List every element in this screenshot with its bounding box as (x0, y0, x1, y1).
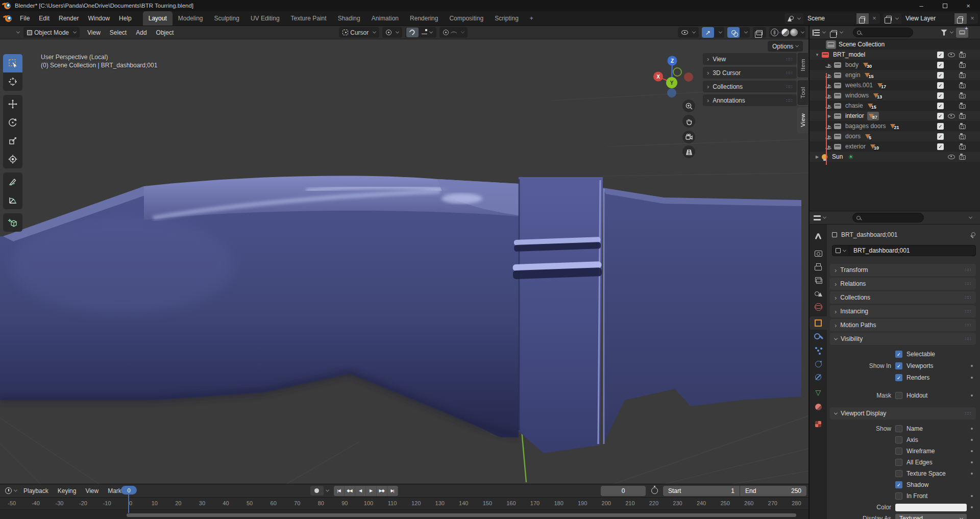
display-mode-icon[interactable] (831, 30, 837, 35)
shadow-checkbox[interactable]: ✓ (895, 481, 902, 488)
item-name[interactable]: windows (845, 92, 869, 99)
timeline-menu-item[interactable]: Playback (19, 486, 53, 496)
properties-editor-icon[interactable] (814, 215, 821, 221)
camera-visibility-icon[interactable] (959, 53, 966, 58)
npanel-section-annotations[interactable]: ›Annotations∷∷ (703, 94, 797, 106)
blender-menu-icon[interactable] (5, 15, 12, 22)
properties-tab[interactable] (810, 331, 827, 344)
panel-grip[interactable]: ∷∷ (787, 70, 793, 76)
view-layer-name-field[interactable]: View Layer (901, 13, 954, 24)
renders-checkbox[interactable]: ✓ (895, 374, 902, 381)
outliner-row[interactable]: ▶ weels.001 17 ☀ ✓ (810, 80, 980, 90)
item-name[interactable]: Scene Collection (839, 41, 885, 48)
outliner-row[interactable]: Scene Collection ☀ ✓ (810, 39, 980, 50)
properties-tab[interactable] (810, 417, 827, 431)
select-checkbox[interactable]: ✓ (937, 123, 944, 130)
snap-toggle[interactable] (406, 28, 419, 37)
new-collection-button[interactable] (956, 28, 968, 38)
axis-checkbox[interactable] (895, 436, 902, 443)
outliner-row[interactable]: ▶ engin 15 ☀ ✓ (810, 70, 980, 80)
panel-grip[interactable]: ∷∷ (965, 336, 971, 341)
select-checkbox[interactable]: ✓ (937, 103, 944, 109)
in-front-checkbox[interactable] (895, 492, 902, 500)
outliner-row[interactable]: ▼ BRT_model ☀ ✓ (810, 50, 980, 60)
npanel-section-collections[interactable]: ›Collections∷∷ (703, 81, 797, 92)
outliner-search-input[interactable] (853, 28, 913, 37)
breadcrumb-object-name[interactable]: BRT_dashboard;001 (841, 231, 898, 238)
object-visibility-selector[interactable] (678, 27, 699, 38)
properties-tab[interactable] (810, 400, 827, 413)
menu-item[interactable]: Edit (35, 13, 54, 24)
animate-dot[interactable] (971, 439, 973, 441)
item-name[interactable]: bagages doors (845, 122, 886, 130)
properties-tab[interactable] (810, 344, 827, 357)
menu-item[interactable]: Render (55, 13, 83, 24)
properties-search-input[interactable] (852, 213, 924, 223)
npanel-section-view[interactable]: ›View∷∷ (703, 53, 797, 65)
timeline-editor-icon[interactable] (5, 487, 12, 494)
select-checkbox[interactable]: ✓ (937, 52, 944, 58)
camera-view-button[interactable] (682, 131, 695, 143)
frame-start-field[interactable]: Start1 (663, 486, 740, 496)
eye-open-icon[interactable] (948, 114, 955, 118)
select-checkbox[interactable]: ✓ (937, 113, 944, 119)
workspace-tab[interactable]: Modeling (173, 11, 209, 26)
shading-material-button[interactable] (781, 29, 789, 36)
menu-item[interactable]: Help (115, 13, 136, 24)
transport-button[interactable]: ◀ (355, 486, 366, 496)
outliner-row[interactable]: ▶ windows 13 ☀ ✓ (810, 90, 980, 101)
transport-button[interactable]: ▶| (387, 486, 398, 496)
panel-grip[interactable]: ∷∷ (965, 267, 971, 273)
name-checkbox[interactable] (895, 425, 902, 432)
item-name[interactable]: chasie (845, 102, 863, 109)
new-scene-button[interactable] (856, 13, 869, 24)
viewport-menu-item[interactable]: Select (105, 28, 131, 38)
transport-button[interactable]: ▶◆ (377, 486, 387, 496)
outliner-editor-icon[interactable] (813, 30, 820, 36)
timeline-ruler[interactable]: -50-40-30-20-100102030405060708090100110… (0, 498, 808, 510)
workspace-tab[interactable]: Shading (332, 11, 366, 26)
properties-tab[interactable] (810, 274, 827, 287)
camera-visibility-icon[interactable] (959, 155, 966, 160)
outliner-row[interactable]: ▶ doors 5 ☀ ✓ (810, 131, 980, 141)
properties-tab[interactable] (810, 370, 827, 384)
item-name[interactable]: weels.001 (845, 82, 873, 89)
outliner-row[interactable]: ▶ bagages doors 21 ☀ ✓ (810, 121, 980, 131)
properties-tab[interactable] (810, 316, 827, 330)
select-checkbox[interactable]: ✓ (937, 143, 944, 150)
transport-button[interactable]: ▶ (366, 486, 377, 496)
all-edges-checkbox[interactable] (895, 459, 902, 466)
snap-settings[interactable] (419, 31, 435, 34)
camera-visibility-icon[interactable] (959, 125, 966, 129)
tool-move[interactable] (3, 95, 22, 113)
shading-rendered-button[interactable] (790, 29, 798, 36)
camera-visibility-icon[interactable] (959, 84, 966, 88)
scene-browse-button[interactable] (785, 13, 803, 24)
workspace-tab[interactable]: Sculpting (209, 11, 245, 26)
timeline-menu-item[interactable]: Keying (53, 486, 81, 496)
select-checkbox[interactable]: ✓ (937, 133, 944, 140)
gizmo-settings[interactable] (714, 27, 724, 38)
workspace-tab[interactable]: Scripting (489, 11, 524, 26)
panel-motion-paths[interactable]: ›Motion Paths∷∷ (830, 319, 976, 331)
auto-keying-toggle[interactable] (310, 486, 324, 496)
transport-button[interactable]: ◆◀ (345, 486, 355, 496)
item-name[interactable]: interior (845, 112, 864, 119)
transport-button[interactable]: |◀ (334, 486, 345, 496)
outliner-row[interactable]: ▶ chasie 15 ☀ ✓ (810, 101, 980, 111)
properties-tab[interactable] (810, 230, 827, 243)
maximize-button[interactable] (933, 0, 957, 11)
object-name-field[interactable]: BRT_dashboard;001 (832, 245, 976, 256)
unlink-scene-button[interactable]: × (869, 15, 880, 22)
viewport-menu-item[interactable]: View (83, 28, 105, 38)
item-name[interactable]: BRT_model (833, 51, 865, 58)
select-checkbox[interactable]: ✓ (937, 62, 944, 68)
texture-space-checkbox[interactable] (895, 470, 902, 477)
close-button[interactable]: × (957, 0, 980, 11)
animate-dot[interactable] (971, 461, 973, 463)
timeline-menu-item[interactable]: View (81, 486, 103, 496)
eye-open-icon[interactable] (948, 155, 955, 159)
panel-grip[interactable]: ∷∷ (965, 411, 971, 416)
camera-visibility-icon[interactable] (959, 94, 966, 98)
viewports-checkbox[interactable]: ✓ (895, 362, 902, 369)
